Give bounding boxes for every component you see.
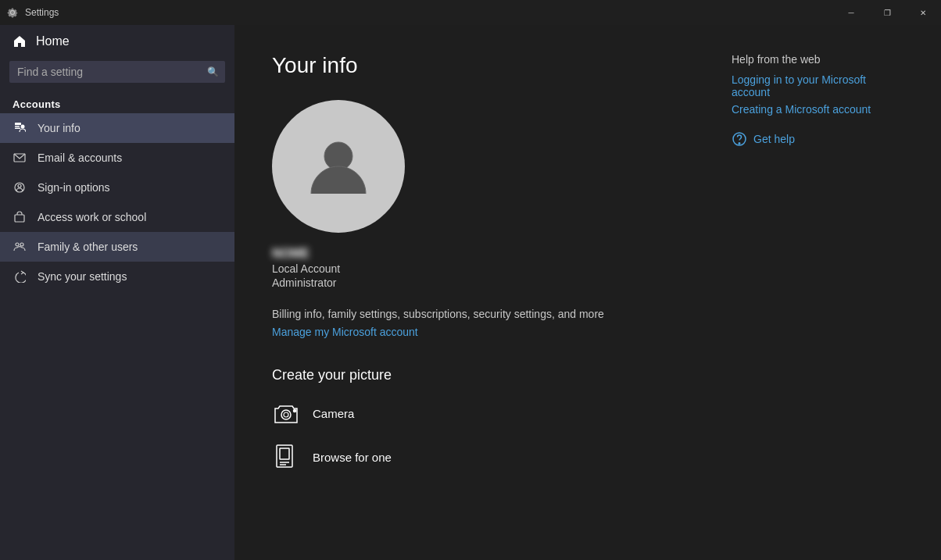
sidebar-item-your-info[interactable]: Your info (0, 113, 234, 143)
sidebar-item-family[interactable]: Family & other users (0, 232, 234, 262)
sign-in-icon (13, 180, 27, 194)
titlebar-left: Settings (6, 6, 59, 19)
access-work-icon (13, 210, 27, 224)
user-role: Local Account (272, 262, 903, 275)
browse-icon (272, 443, 300, 471)
email-accounts-label: Email & accounts (38, 152, 122, 164)
titlebar: Settings ─ ❐ ✕ (0, 0, 941, 25)
create-picture-section: Create your picture Camera (272, 367, 903, 471)
svg-point-11 (281, 410, 291, 419)
sync-icon (13, 269, 27, 284)
home-icon (13, 34, 27, 48)
user-name: NOME (272, 247, 903, 261)
svg-point-13 (294, 410, 296, 412)
camera-label: Camera (313, 407, 354, 420)
svg-point-6 (18, 184, 21, 187)
svg-point-19 (739, 143, 740, 144)
sign-in-label: Sign-in options (38, 181, 110, 194)
accounts-section-label: Accounts (0, 92, 234, 113)
sidebar: Home 🔍 Accounts Your info (0, 25, 234, 560)
home-label: Home (36, 34, 70, 48)
billing-section: Billing info, family settings, subscript… (272, 308, 903, 339)
your-info-icon (13, 121, 27, 135)
sidebar-item-email-accounts[interactable]: Email & accounts (0, 143, 234, 173)
create-picture-title: Create your picture (272, 367, 903, 383)
email-icon (13, 151, 27, 165)
svg-rect-0 (15, 123, 21, 125)
close-button[interactable]: ✕ (905, 0, 941, 25)
titlebar-controls: ─ ❐ ✕ (833, 0, 941, 25)
sync-label: Sync your settings (38, 270, 127, 283)
titlebar-title: Settings (25, 7, 59, 18)
camera-option[interactable]: Camera (272, 399, 903, 427)
get-help-label: Get help (753, 133, 795, 145)
help-title: Help from the web (732, 53, 903, 66)
svg-point-3 (21, 125, 25, 129)
restore-button[interactable]: ❐ (869, 0, 905, 25)
main-content: Your info NOME Local Account Administrat… (234, 25, 941, 560)
sidebar-item-home[interactable]: Home (0, 25, 234, 58)
svg-rect-1 (15, 126, 20, 127)
your-info-label: Your info (38, 122, 81, 134)
family-label: Family & other users (38, 241, 138, 253)
help-link-creating-account[interactable]: Creating a Microsoft account (732, 103, 903, 116)
search-icon: 🔍 (207, 66, 219, 77)
main-layout: Home 🔍 Accounts Your info (0, 25, 941, 560)
search-input[interactable] (9, 61, 225, 83)
user-type: Administrator (272, 276, 903, 289)
browse-option[interactable]: Browse for one (272, 443, 903, 471)
svg-point-9 (20, 243, 23, 246)
avatar (272, 100, 405, 233)
svg-rect-7 (15, 215, 24, 222)
sidebar-item-sign-in[interactable]: Sign-in options (0, 173, 234, 202)
sidebar-item-access-work[interactable]: Access work or school (0, 202, 234, 232)
minimize-button[interactable]: ─ (833, 0, 869, 25)
manage-account-link[interactable]: Manage my Microsoft account (272, 326, 418, 338)
help-link-logging-in[interactable]: Logging in to your Microsoft account (732, 73, 903, 98)
sidebar-search: 🔍 (9, 61, 225, 83)
family-icon (13, 240, 27, 254)
get-help-button[interactable]: Get help (732, 131, 903, 147)
browse-label: Browse for one (313, 451, 392, 464)
camera-icon (272, 399, 300, 427)
billing-text: Billing info, family settings, subscript… (272, 308, 903, 320)
access-work-label: Access work or school (38, 211, 146, 223)
sidebar-item-sync[interactable]: Sync your settings (0, 262, 234, 291)
svg-rect-15 (280, 448, 289, 459)
help-panel: Help from the web Logging in to your Mic… (732, 53, 903, 147)
settings-app-icon (6, 6, 19, 19)
svg-point-12 (284, 412, 288, 417)
svg-rect-2 (15, 128, 20, 130)
svg-point-8 (16, 243, 19, 246)
